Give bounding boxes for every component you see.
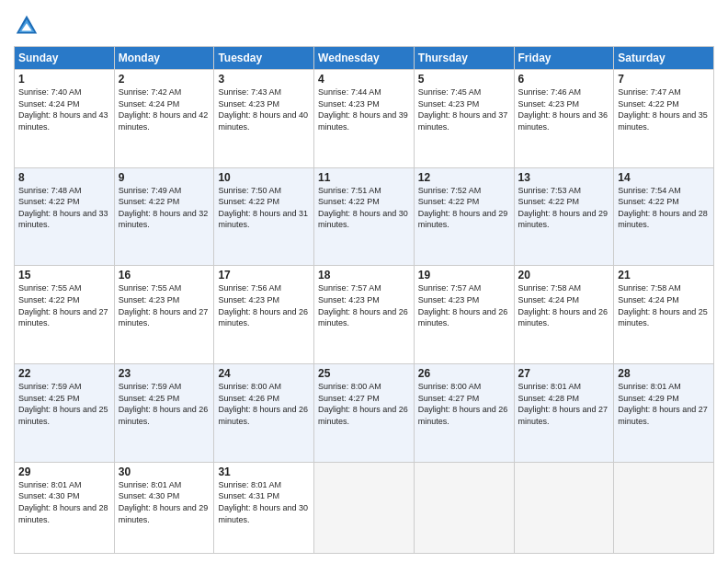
day-number: 23: [119, 367, 210, 380]
day-number: 21: [618, 269, 710, 282]
day-detail: Sunrise: 7:49 AMSunset: 4:22 PMDaylight:…: [119, 185, 210, 231]
calendar-cell: 27Sunrise: 8:01 AMSunset: 4:28 PMDayligh…: [514, 364, 614, 463]
calendar-header-friday: Friday: [514, 47, 614, 70]
calendar-cell: 3Sunrise: 7:43 AMSunset: 4:23 PMDaylight…: [214, 70, 314, 168]
day-detail: Sunrise: 8:01 AMSunset: 4:31 PMDaylight:…: [218, 479, 310, 525]
day-number: 11: [318, 171, 410, 184]
calendar-cell: 5Sunrise: 7:45 AMSunset: 4:23 PMDaylight…: [414, 70, 514, 168]
day-detail: Sunrise: 8:01 AMSunset: 4:30 PMDaylight:…: [18, 479, 110, 525]
day-detail: Sunrise: 8:00 AMSunset: 4:26 PMDaylight:…: [218, 381, 310, 427]
header: [14, 9, 714, 39]
calendar-cell: [414, 462, 514, 553]
day-number: 12: [418, 171, 510, 184]
calendar-header-saturday: Saturday: [614, 47, 714, 70]
calendar-week-row: 29Sunrise: 8:01 AMSunset: 4:30 PMDayligh…: [15, 462, 714, 553]
day-detail: Sunrise: 7:47 AMSunset: 4:22 PMDaylight:…: [618, 86, 710, 132]
day-detail: Sunrise: 7:59 AMSunset: 4:25 PMDaylight:…: [18, 381, 110, 427]
day-detail: Sunrise: 7:43 AMSunset: 4:23 PMDaylight:…: [218, 86, 310, 132]
calendar-cell: 21Sunrise: 7:58 AMSunset: 4:24 PMDayligh…: [614, 266, 714, 364]
calendar-cell: [514, 462, 614, 553]
calendar-cell: [314, 462, 415, 553]
day-detail: Sunrise: 7:56 AMSunset: 4:23 PMDaylight:…: [218, 282, 310, 328]
calendar-cell: 17Sunrise: 7:56 AMSunset: 4:23 PMDayligh…: [214, 266, 314, 364]
calendar-cell: 20Sunrise: 7:58 AMSunset: 4:24 PMDayligh…: [514, 266, 614, 364]
day-number: 5: [418, 73, 510, 86]
calendar-header-wednesday: Wednesday: [314, 47, 415, 70]
calendar-cell: 9Sunrise: 7:49 AMSunset: 4:22 PMDaylight…: [114, 167, 214, 266]
day-detail: Sunrise: 7:53 AMSunset: 4:22 PMDaylight:…: [518, 185, 610, 231]
day-number: 31: [218, 465, 310, 478]
day-number: 29: [18, 465, 110, 478]
calendar-cell: 18Sunrise: 7:57 AMSunset: 4:23 PMDayligh…: [314, 266, 415, 364]
day-detail: Sunrise: 7:50 AMSunset: 4:22 PMDaylight:…: [218, 185, 310, 231]
day-number: 24: [218, 367, 310, 380]
day-number: 27: [518, 367, 610, 380]
day-detail: Sunrise: 7:57 AMSunset: 4:23 PMDaylight:…: [418, 282, 510, 328]
calendar-cell: 4Sunrise: 7:44 AMSunset: 4:23 PMDaylight…: [314, 70, 415, 168]
calendar-cell: 28Sunrise: 8:01 AMSunset: 4:29 PMDayligh…: [614, 364, 714, 463]
day-number: 28: [618, 367, 710, 380]
day-number: 8: [18, 171, 110, 184]
day-detail: Sunrise: 7:46 AMSunset: 4:23 PMDaylight:…: [518, 86, 610, 132]
day-detail: Sunrise: 7:54 AMSunset: 4:22 PMDaylight:…: [618, 185, 710, 231]
day-number: 3: [218, 73, 310, 86]
day-detail: Sunrise: 8:00 AMSunset: 4:27 PMDaylight:…: [318, 381, 410, 427]
calendar-cell: 26Sunrise: 8:00 AMSunset: 4:27 PMDayligh…: [414, 364, 514, 463]
day-number: 9: [119, 171, 210, 184]
logo: [14, 13, 43, 39]
calendar-cell: 10Sunrise: 7:50 AMSunset: 4:22 PMDayligh…: [214, 167, 314, 266]
day-detail: Sunrise: 7:55 AMSunset: 4:22 PMDaylight:…: [18, 282, 110, 328]
calendar-cell: 30Sunrise: 8:01 AMSunset: 4:30 PMDayligh…: [114, 462, 214, 553]
logo-icon: [14, 13, 40, 39]
day-number: 1: [18, 73, 110, 86]
day-number: 20: [518, 269, 610, 282]
calendar-week-row: 15Sunrise: 7:55 AMSunset: 4:22 PMDayligh…: [15, 266, 714, 364]
calendar-cell: 1Sunrise: 7:40 AMSunset: 4:24 PMDaylight…: [15, 70, 115, 168]
day-detail: Sunrise: 8:00 AMSunset: 4:27 PMDaylight:…: [418, 381, 510, 427]
day-number: 14: [618, 171, 710, 184]
day-detail: Sunrise: 7:40 AMSunset: 4:24 PMDaylight:…: [18, 86, 110, 132]
day-number: 15: [18, 269, 110, 282]
calendar-header-tuesday: Tuesday: [214, 47, 314, 70]
calendar-header-sunday: Sunday: [15, 47, 115, 70]
day-number: 16: [119, 269, 210, 282]
day-number: 26: [418, 367, 510, 380]
day-detail: Sunrise: 8:01 AMSunset: 4:30 PMDaylight:…: [119, 479, 210, 525]
calendar-table: SundayMondayTuesdayWednesdayThursdayFrid…: [14, 46, 714, 554]
calendar-cell: 24Sunrise: 8:00 AMSunset: 4:26 PMDayligh…: [214, 364, 314, 463]
day-number: 19: [418, 269, 510, 282]
calendar-cell: 13Sunrise: 7:53 AMSunset: 4:22 PMDayligh…: [514, 167, 614, 266]
calendar-cell: 25Sunrise: 8:00 AMSunset: 4:27 PMDayligh…: [314, 364, 415, 463]
day-number: 22: [18, 367, 110, 380]
day-detail: Sunrise: 7:42 AMSunset: 4:24 PMDaylight:…: [119, 86, 210, 132]
day-detail: Sunrise: 7:48 AMSunset: 4:22 PMDaylight:…: [18, 185, 110, 231]
calendar-header-thursday: Thursday: [414, 47, 514, 70]
calendar-cell: 15Sunrise: 7:55 AMSunset: 4:22 PMDayligh…: [15, 266, 115, 364]
day-detail: Sunrise: 7:58 AMSunset: 4:24 PMDaylight:…: [618, 282, 710, 328]
day-number: 13: [518, 171, 610, 184]
calendar-cell: 22Sunrise: 7:59 AMSunset: 4:25 PMDayligh…: [15, 364, 115, 463]
day-detail: Sunrise: 7:51 AMSunset: 4:22 PMDaylight:…: [318, 185, 410, 231]
day-number: 10: [218, 171, 310, 184]
day-number: 2: [119, 73, 210, 86]
calendar-header-row: SundayMondayTuesdayWednesdayThursdayFrid…: [15, 47, 714, 70]
calendar-header-monday: Monday: [114, 47, 214, 70]
calendar-cell: 7Sunrise: 7:47 AMSunset: 4:22 PMDaylight…: [614, 70, 714, 168]
day-number: 18: [318, 269, 410, 282]
day-number: 30: [119, 465, 210, 478]
day-number: 6: [518, 73, 610, 86]
day-detail: Sunrise: 8:01 AMSunset: 4:28 PMDaylight:…: [518, 381, 610, 427]
calendar-cell: 23Sunrise: 7:59 AMSunset: 4:25 PMDayligh…: [114, 364, 214, 463]
calendar-week-row: 8Sunrise: 7:48 AMSunset: 4:22 PMDaylight…: [15, 167, 714, 266]
day-detail: Sunrise: 7:59 AMSunset: 4:25 PMDaylight:…: [119, 381, 210, 427]
calendar-cell: [614, 462, 714, 553]
calendar-cell: 29Sunrise: 8:01 AMSunset: 4:30 PMDayligh…: [15, 462, 115, 553]
day-number: 4: [318, 73, 410, 86]
calendar-cell: 8Sunrise: 7:48 AMSunset: 4:22 PMDaylight…: [15, 167, 115, 266]
calendar-week-row: 1Sunrise: 7:40 AMSunset: 4:24 PMDaylight…: [15, 70, 714, 168]
day-detail: Sunrise: 7:44 AMSunset: 4:23 PMDaylight:…: [318, 86, 410, 132]
day-detail: Sunrise: 7:57 AMSunset: 4:23 PMDaylight:…: [318, 282, 410, 328]
day-number: 7: [618, 73, 710, 86]
calendar-cell: 14Sunrise: 7:54 AMSunset: 4:22 PMDayligh…: [614, 167, 714, 266]
day-detail: Sunrise: 7:52 AMSunset: 4:22 PMDaylight:…: [418, 185, 510, 231]
